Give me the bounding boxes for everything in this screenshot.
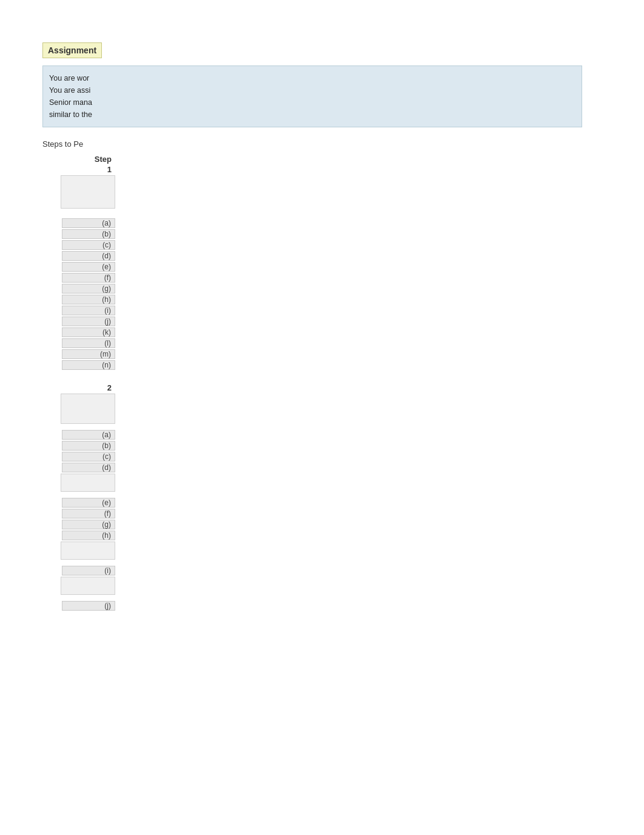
step-1-sub-e: (e): [62, 262, 115, 272]
step-1-sub-i: (i): [62, 306, 115, 315]
assignment-line-1: You are wor: [49, 72, 575, 84]
step-1-sub-m: (m): [62, 349, 115, 359]
step-2-subitems-b: (e) (f) (g) (h): [42, 498, 115, 540]
assignment-box: You are wor You are assi Senior mana sim…: [42, 65, 582, 127]
step-1-sub-h: (h): [62, 295, 115, 304]
step-2-number: 2: [42, 383, 115, 392]
step-1-section: Step 1 (a) (b) (c) (d) (e) (f) (g) (h) (…: [42, 155, 115, 370]
step-1-sub-j: (j): [62, 317, 115, 326]
steps-container: Step 1 (a) (b) (c) (d) (e) (f) (g) (h) (…: [42, 155, 115, 611]
step-label: Step: [42, 155, 115, 164]
step-2-content-block-3: [61, 542, 115, 560]
step-1-sub-a: (a): [62, 218, 115, 228]
step-2-sub-d: (d): [62, 463, 115, 472]
step-1-sub-d: (d): [62, 251, 115, 261]
step-2-sub-j: (j): [62, 601, 115, 611]
step-1-subitems: (a) (b) (c) (d) (e) (f) (g) (h) (i) (j) …: [42, 218, 115, 370]
step-2-sub-h: (h): [62, 531, 115, 540]
step-1-sub-b: (b): [62, 229, 115, 239]
step-2-subitem-j: (j): [42, 601, 115, 611]
steps-section: Steps to Pe Step 1 (a) (b) (c) (d) (e) (…: [42, 139, 644, 611]
step-2-content-block-2: [61, 474, 115, 492]
step-2-sub-f: (f): [62, 509, 115, 518]
step-2-sub-g: (g): [62, 520, 115, 529]
step-2-sub-e: (e): [62, 498, 115, 508]
step-2-subitems-a: (a) (b) (c) (d): [42, 430, 115, 472]
step-2-sub-b: (b): [62, 441, 115, 451]
step-2-content-block-4: [61, 577, 115, 595]
step-1-number: 1: [42, 165, 115, 174]
step-2-subitem-i: (i): [42, 566, 115, 575]
assignment-header: Assignment: [42, 42, 102, 58]
step-2-sub-c: (c): [62, 452, 115, 461]
step-1-sub-n: (n): [62, 360, 115, 370]
assignment-line-4: similar to the: [49, 109, 575, 121]
page-container: Assignment You are wor You are assi Seni…: [0, 0, 644, 641]
step-1-content-block: [61, 175, 115, 209]
step-1-sub-c: (c): [62, 240, 115, 250]
step-1-sub-k: (k): [62, 327, 115, 337]
step-2-sub-a: (a): [62, 430, 115, 440]
step-2-content-block: [61, 394, 115, 424]
step-1-sub-f: (f): [62, 273, 115, 283]
steps-title: Steps to Pe: [42, 139, 644, 149]
assignment-line-2: You are assi: [49, 84, 575, 96]
step-1-sub-l: (l): [62, 338, 115, 348]
step-2-section: 2 (a) (b) (c) (d) (e) (f) (g) (h) (i): [42, 376, 115, 611]
step-1-sub-g: (g): [62, 284, 115, 293]
assignment-line-3: Senior mana: [49, 96, 575, 109]
step-2-sub-i: (i): [62, 566, 115, 575]
assignment-label: Assignment: [48, 45, 96, 55]
